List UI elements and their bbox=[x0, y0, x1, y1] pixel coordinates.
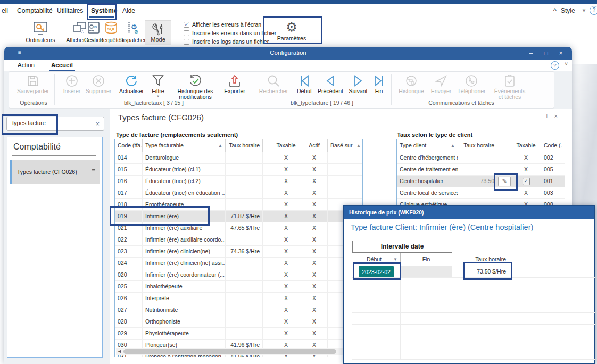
table-row[interactable]: 014DenturologueXX bbox=[115, 152, 362, 164]
column-header[interactable]: Taux horaire bbox=[226, 139, 263, 152]
column-header[interactable]: Taux horaire bbox=[452, 253, 509, 266]
column-header[interactable] bbox=[509, 253, 595, 266]
table-header-row[interactable]: Début▼FinTaux horaire bbox=[352, 253, 595, 266]
rechercher-button[interactable]: Rechercher bbox=[257, 74, 290, 94]
table-header-row[interactable]: Type client▲Taux horaireTaxableCode (... bbox=[397, 139, 565, 152]
menu-item-systeme[interactable]: Système bbox=[91, 7, 117, 14]
close-button[interactable]: × bbox=[554, 49, 568, 58]
column-header[interactable]: Code (... bbox=[541, 139, 562, 152]
column-header[interactable] bbox=[263, 139, 271, 152]
empty-table-row[interactable] bbox=[352, 336, 595, 348]
configuration-titlebar[interactable]: ≡ Configuration – □ × bbox=[4, 47, 572, 60]
precedent-button[interactable]: Précédent bbox=[316, 74, 345, 94]
menu-item-utilitaires[interactable]: Utilitaires bbox=[57, 7, 83, 14]
supprimer-button[interactable]: Supprimer bbox=[84, 74, 113, 94]
dispatcher-button[interactable]: ⚙ ⚙ Dispatcher bbox=[116, 21, 149, 43]
tab-accueil[interactable]: Accueil bbox=[51, 62, 73, 68]
actualiser-button[interactable]: Actualiser bbox=[117, 74, 146, 94]
historique-modifications-button[interactable]: Historique des modifications bbox=[170, 74, 221, 100]
suivant-button[interactable]: Suivant bbox=[346, 74, 370, 94]
table-row[interactable]: 028OrthophonisteXX bbox=[115, 316, 362, 328]
column-header[interactable] bbox=[498, 139, 511, 152]
modal-titlebar[interactable]: Historique de prix (WKF020) bbox=[344, 206, 594, 219]
table-row[interactable]: 022Infirmier (ère) auxiliaire coordo...X… bbox=[115, 234, 362, 246]
evenements-button[interactable]: Évènements et tâches bbox=[491, 74, 528, 100]
table-row[interactable]: 023Infirmier (ère) clinicien(ne)74.36 $/… bbox=[115, 246, 362, 258]
column-header[interactable]: Fin bbox=[401, 253, 452, 266]
table-row[interactable]: 017Éducateur (trice) en éducation ...XX bbox=[115, 187, 362, 199]
envoyer-button[interactable]: Envoyer bbox=[428, 74, 454, 94]
checkbox-checked-icon[interactable]: ✓ bbox=[523, 178, 530, 185]
column-header[interactable]: Début▼ bbox=[352, 253, 401, 266]
ordinateurs-button[interactable]: Ordinateurs bbox=[21, 21, 60, 43]
column-header[interactable]: Code (tfa... bbox=[115, 139, 143, 152]
table-row[interactable]: Centre local de services com...X003 bbox=[397, 187, 565, 199]
column-header[interactable]: Basé sur bbox=[328, 139, 355, 152]
column-header[interactable]: Type facturable▲ bbox=[143, 139, 226, 152]
table-row[interactable]: 015Éducateur (trice) (cl.1)XX bbox=[115, 164, 362, 176]
empty-table-row[interactable] bbox=[352, 289, 595, 301]
clipped-ribbon-button[interactable]: es bbox=[0, 21, 9, 43]
fin-button[interactable]: Fin bbox=[371, 74, 387, 94]
chevron-down-icon[interactable]: ˅ bbox=[582, 7, 586, 14]
column-header[interactable]: Taux horaire bbox=[458, 139, 498, 152]
hamburger-icon[interactable]: ≡ bbox=[92, 167, 95, 175]
search-input[interactable] bbox=[11, 119, 88, 127]
table-row[interactable]: 024Infirmier (ère) clinicien(ne) assi...… bbox=[115, 258, 362, 269]
debut-button[interactable]: Début bbox=[294, 74, 314, 94]
table-row[interactable]: 2023-02-0273.50 $/Hre bbox=[352, 266, 595, 278]
edit-rate-button[interactable]: ✎ bbox=[498, 177, 511, 186]
checkbox-inscrire-erreurs[interactable]: Inscrire les erreurs dans un fichier bbox=[184, 30, 276, 36]
empty-table-row[interactable] bbox=[352, 348, 595, 360]
sauvegarder-button[interactable]: Sauvegarder bbox=[15, 74, 51, 94]
scrollbar-thumb[interactable] bbox=[123, 349, 336, 354]
menu-item-comptabilite[interactable]: Comptabilité bbox=[17, 7, 53, 14]
column-header[interactable]: Taxable bbox=[271, 139, 301, 152]
column-header[interactable] bbox=[562, 139, 565, 152]
table-row[interactable]: 027NutritionnisteXX bbox=[115, 304, 362, 316]
filtre-button[interactable]: Filtre ˅ bbox=[148, 74, 168, 98]
table-row[interactable]: 021Infirmier (ère) auxiliaire47.65 $/Hre… bbox=[115, 222, 362, 234]
help-icon[interactable]: ? bbox=[590, 6, 597, 15]
help-icon[interactable]: ? bbox=[551, 61, 559, 70]
close-panel-icon[interactable]: × bbox=[554, 113, 562, 119]
sidebar-item-types-facture[interactable]: Types facture (CFG026) ≡ bbox=[10, 160, 100, 184]
tab-action[interactable]: Action bbox=[18, 62, 35, 68]
scroll-up-icon[interactable]: ▲ bbox=[355, 139, 362, 152]
search-box[interactable]: × bbox=[6, 117, 104, 131]
table-row[interactable]: 019Infirmier (ère)71.87 $/HreXX bbox=[115, 211, 362, 222]
clear-search-icon[interactable]: × bbox=[95, 120, 100, 128]
table-row[interactable]: 026InterprèteXX bbox=[115, 293, 362, 304]
table-row[interactable]: 016Éducateur (trice) (cl.2)XX bbox=[115, 176, 362, 187]
table-row[interactable]: Centre de traitement en dép...X005 bbox=[397, 164, 565, 176]
menu-item-accueil[interactable]: eil bbox=[2, 7, 8, 14]
column-header[interactable]: Taxable bbox=[511, 139, 541, 152]
exporter-button[interactable]: Exporter bbox=[221, 74, 248, 94]
table-row[interactable]: 025InhalothépeuteXX bbox=[115, 281, 362, 293]
checkbox-inscrire-logs[interactable]: Inscrire les logs dans un fichier bbox=[184, 38, 269, 45]
style-menu[interactable]: Style bbox=[561, 7, 575, 14]
table-row[interactable]: Centre hospitalier73.50✎✓001 bbox=[397, 176, 565, 187]
maximize-button[interactable]: □ bbox=[539, 49, 553, 58]
table-row[interactable]: 020Infirmier (ère) coordonnateur (...XX bbox=[115, 269, 362, 281]
empty-table-row[interactable] bbox=[352, 278, 595, 289]
empty-table-row[interactable] bbox=[352, 325, 595, 336]
checkbox-afficher-erreurs[interactable]: ✓ Afficher les erreurs à l'écran bbox=[184, 21, 261, 28]
telephoner-button[interactable]: Téléphoner bbox=[455, 74, 488, 94]
table-row[interactable]: Centre d'hébergement de soi...X002 bbox=[397, 152, 565, 164]
historique-button[interactable]: Historique bbox=[395, 74, 427, 94]
table-header-row[interactable]: Code (tfa...Type facturable▲Taux horaire… bbox=[115, 139, 362, 152]
column-header[interactable]: Type client▲ bbox=[397, 139, 458, 152]
empty-table-row[interactable] bbox=[352, 313, 595, 325]
collapse-ribbon-icon[interactable]: ^ bbox=[553, 7, 557, 14]
inserer-button[interactable]: Insérer bbox=[60, 74, 84, 94]
minimize-button[interactable]: – bbox=[524, 49, 538, 58]
selected-date-value[interactable]: 2023-02-02 bbox=[359, 266, 394, 277]
pin-icon[interactable]: ⊥ bbox=[544, 113, 554, 119]
parametres-button[interactable]: ⚙ Paramètres bbox=[270, 20, 313, 42]
scroll-left-icon[interactable]: ◄ bbox=[117, 349, 122, 354]
chevron-down-icon[interactable]: ˅ bbox=[565, 61, 568, 67]
horizontal-scrollbar[interactable]: ◄ bbox=[116, 348, 354, 355]
mode-button[interactable]: Mode bbox=[145, 20, 171, 45]
empty-table-row[interactable] bbox=[352, 301, 595, 313]
